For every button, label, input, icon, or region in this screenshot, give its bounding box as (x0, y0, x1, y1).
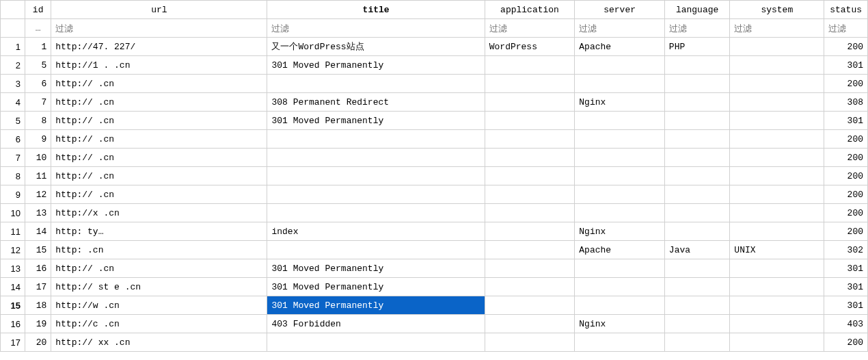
cell-title[interactable] (267, 130, 485, 149)
cell-status[interactable]: 200 (824, 75, 868, 93)
table-row[interactable]: 710http:// .cn200 (1, 149, 868, 167)
cell-id[interactable]: 14 (25, 222, 51, 241)
cell-status[interactable]: 308 (824, 93, 868, 112)
cell-id[interactable]: 15 (25, 241, 51, 259)
row-number[interactable]: 12 (1, 241, 25, 259)
cell-system[interactable] (730, 315, 824, 333)
cell-id[interactable]: 13 (25, 204, 51, 222)
cell-system[interactable] (730, 278, 824, 296)
cell-status[interactable]: 301 (824, 112, 868, 130)
cell-id[interactable]: 11 (25, 167, 51, 185)
cell-server[interactable] (575, 56, 665, 75)
cell-system[interactable] (730, 149, 824, 167)
cell-language[interactable] (664, 56, 729, 75)
table-row[interactable]: 1720http:// xx .cn200 (1, 333, 868, 352)
filter-url-input[interactable] (51, 20, 267, 36)
table-row[interactable]: 1316http:// .cn301 Moved Permanently301 (1, 259, 868, 278)
cell-language[interactable] (664, 149, 729, 167)
cell-server[interactable]: Apache (575, 38, 665, 56)
cell-system[interactable] (730, 130, 824, 149)
cell-language[interactable] (664, 130, 729, 149)
cell-system[interactable] (730, 185, 824, 204)
cell-url[interactable]: http:// xx .cn (51, 333, 267, 352)
cell-language[interactable]: Java (664, 241, 729, 259)
cell-title[interactable] (267, 149, 485, 167)
table-row[interactable]: 1518http://w .cn301 Moved Permanently301 (1, 296, 868, 315)
row-number[interactable]: 2 (1, 56, 25, 75)
cell-server[interactable]: Nginx (575, 93, 665, 112)
cell-system[interactable] (730, 112, 824, 130)
cell-title[interactable] (267, 333, 485, 352)
cell-title[interactable]: 301 Moved Permanently (267, 259, 485, 278)
cell-language[interactable]: PHP (664, 38, 729, 56)
cell-system[interactable] (730, 333, 824, 352)
cell-status[interactable]: 302 (824, 241, 868, 259)
cell-id[interactable]: 8 (25, 112, 51, 130)
row-number[interactable]: 4 (1, 93, 25, 112)
cell-application[interactable] (485, 204, 575, 222)
cell-title[interactable] (267, 167, 485, 185)
table-row[interactable]: 1013http://x .cn200 (1, 204, 868, 222)
cell-url[interactable]: http://47. 227/ (51, 38, 267, 56)
table-row[interactable]: 11http://47. 227/又一个WordPress站点WordPress… (1, 38, 868, 56)
cell-status[interactable]: 200 (824, 167, 868, 185)
cell-application[interactable] (485, 56, 575, 75)
row-number[interactable]: 17 (1, 333, 25, 352)
cell-status[interactable]: 200 (824, 333, 868, 352)
cell-url[interactable]: http:// .cn (51, 112, 267, 130)
cell-id[interactable]: 5 (25, 56, 51, 75)
cell-status[interactable]: 200 (824, 130, 868, 149)
header-title[interactable]: title (267, 1, 485, 19)
cell-system[interactable] (730, 259, 824, 278)
row-number[interactable]: 9 (1, 185, 25, 204)
cell-application[interactable] (485, 222, 575, 241)
table-row[interactable]: 47http:// .cn308 Permanent RedirectNginx… (1, 93, 868, 112)
cell-server[interactable] (575, 149, 665, 167)
cell-url[interactable]: http://1 . .cn (51, 56, 267, 75)
cell-system[interactable] (730, 296, 824, 315)
cell-application[interactable] (485, 130, 575, 149)
row-number[interactable]: 10 (1, 204, 25, 222)
cell-language[interactable] (664, 75, 729, 93)
filter-title-input[interactable] (267, 20, 484, 36)
cell-title[interactable] (267, 241, 485, 259)
cell-url[interactable]: http:// .cn (51, 259, 267, 278)
cell-language[interactable] (664, 259, 729, 278)
cell-url[interactable]: http:// .cn (51, 185, 267, 204)
cell-application[interactable] (485, 75, 575, 93)
cell-title[interactable]: 301 Moved Permanently (267, 296, 485, 315)
cell-status[interactable]: 200 (824, 222, 868, 241)
cell-title[interactable]: 308 Permanent Redirect (267, 93, 485, 112)
cell-id[interactable]: 20 (25, 333, 51, 352)
table-row[interactable]: 1619http://c .cn403 ForbiddenNginx403 (1, 315, 868, 333)
cell-status[interactable]: 403 (824, 315, 868, 333)
cell-title[interactable] (267, 204, 485, 222)
row-number[interactable]: 14 (1, 278, 25, 296)
row-number[interactable]: 16 (1, 315, 25, 333)
cell-language[interactable] (664, 185, 729, 204)
header-application[interactable]: application (485, 1, 575, 19)
cell-system[interactable] (730, 56, 824, 75)
cell-url[interactable]: http:// .cn (51, 93, 267, 112)
cell-system[interactable] (730, 93, 824, 112)
cell-title[interactable]: 又一个WordPress站点 (267, 38, 485, 56)
row-number[interactable]: 1 (1, 38, 25, 56)
filter-language-input[interactable] (665, 20, 729, 36)
row-number[interactable]: 6 (1, 130, 25, 149)
header-server[interactable]: server (575, 1, 665, 19)
cell-status[interactable]: 200 (824, 38, 868, 56)
cell-title[interactable]: 301 Moved Permanently (267, 112, 485, 130)
filter-server-input[interactable] (575, 20, 664, 36)
cell-language[interactable] (664, 167, 729, 185)
cell-id[interactable]: 1 (25, 38, 51, 56)
cell-server[interactable]: Apache (575, 241, 665, 259)
cell-status[interactable]: 301 (824, 296, 868, 315)
cell-server[interactable] (575, 296, 665, 315)
cell-status[interactable]: 301 (824, 278, 868, 296)
cell-status[interactable]: 301 (824, 56, 868, 75)
cell-server[interactable] (575, 130, 665, 149)
cell-title[interactable] (267, 75, 485, 93)
cell-id[interactable]: 9 (25, 130, 51, 149)
filter-system-input[interactable] (730, 20, 824, 36)
cell-application[interactable] (485, 167, 575, 185)
